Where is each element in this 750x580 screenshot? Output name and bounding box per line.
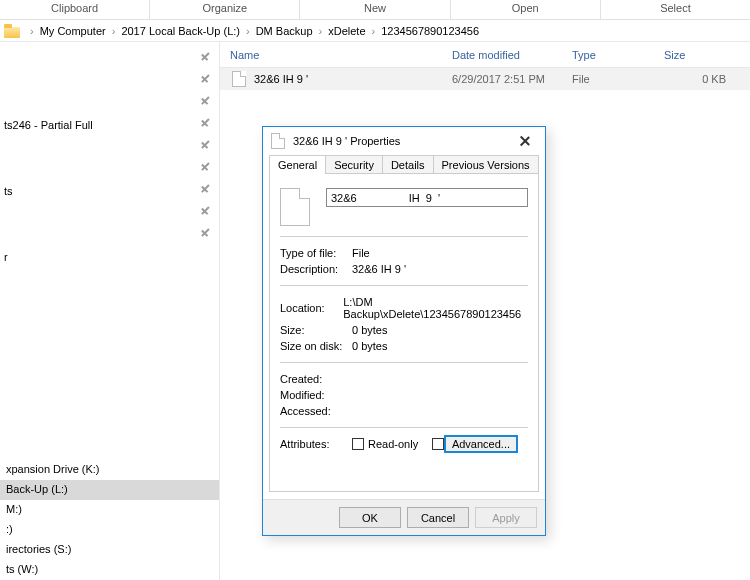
ribbon-group-open[interactable]: Open (451, 0, 601, 19)
tab-general[interactable]: General (269, 155, 326, 174)
pin-icon (197, 161, 211, 175)
file-size: 0 KB (664, 73, 750, 85)
ribbon-group-new[interactable]: New (300, 0, 450, 19)
value-typeoffile: File (352, 247, 370, 259)
file-date: 6/29/2017 2:51 PM (452, 73, 572, 85)
checkbox-box-icon (432, 438, 444, 450)
label-typeoffile: Type of file: (280, 247, 352, 259)
column-header-name[interactable]: Name (220, 49, 452, 61)
label-size: Size: (280, 324, 352, 336)
crumb-my-computer[interactable]: My Computer (38, 25, 108, 37)
ribbon: Clipboard Organize New Open Select (0, 0, 750, 20)
chevron-right-icon[interactable]: › (368, 25, 380, 37)
value-location: L:\DM Backup\xDelete\1234567890123456 (343, 296, 528, 320)
label-modified: Modified: (280, 389, 352, 401)
close-button[interactable] (511, 131, 539, 151)
nav-drive-w[interactable]: ts (W:) (0, 560, 219, 580)
pin-icon (197, 183, 211, 197)
checkbox-readonly[interactable]: Read-only (352, 438, 418, 450)
label-sizeondisk: Size on disk: (280, 340, 352, 352)
file-name: 32&6 IH 9 ' (254, 73, 308, 85)
nav-drive-m[interactable]: M:) (0, 500, 219, 520)
column-header-size[interactable]: Size (664, 49, 750, 61)
checkbox-readonly-label: Read-only (368, 438, 418, 450)
pin-icon (197, 95, 211, 109)
crumb-folder[interactable]: 1234567890123456 (379, 25, 481, 37)
nav-pinned-item[interactable] (0, 92, 219, 114)
ribbon-group-select[interactable]: Select (601, 0, 750, 19)
nav-drive-unknown[interactable]: :) (0, 520, 219, 540)
pin-icon (197, 139, 211, 153)
properties-dialog: 32&6 IH 9 ' Properties General Security … (262, 126, 546, 536)
apply-button: Apply (475, 507, 537, 528)
value-description: 32&6 IH 9 ' (352, 263, 406, 275)
column-headers: Name Date modified Type Size (220, 42, 750, 68)
crumb-drive[interactable]: 2017 Local Back-Up (L:) (119, 25, 242, 37)
ribbon-group-organize[interactable]: Organize (150, 0, 300, 19)
nav-pinned-item[interactable] (0, 158, 219, 180)
close-icon (520, 136, 530, 146)
filename-input[interactable] (326, 188, 528, 207)
pin-icon (197, 51, 211, 65)
label-accessed: Accessed: (280, 405, 352, 417)
tab-panel-general: Type of file:File Description:32&6 IH 9 … (269, 173, 539, 492)
ribbon-group-clipboard[interactable]: Clipboard (0, 0, 150, 19)
pin-icon (197, 205, 211, 219)
checkbox-box-icon (352, 438, 364, 450)
file-type: File (572, 73, 664, 85)
folder-icon (4, 24, 20, 38)
nav-drive-l[interactable]: Back-Up (L:) (0, 480, 219, 500)
label-attributes: Attributes: (280, 438, 352, 450)
nav-pinned-item[interactable]: ts (0, 180, 219, 202)
chevron-right-icon[interactable]: › (108, 25, 120, 37)
file-icon-large (280, 188, 310, 226)
nav-pinned-item[interactable] (0, 70, 219, 92)
nav-drive-s[interactable]: irectories (S:) (0, 540, 219, 560)
nav-pinned-item[interactable]: r (0, 246, 219, 268)
pin-icon (197, 73, 211, 87)
dialog-button-bar: OK Cancel Apply (263, 499, 545, 535)
breadcrumb[interactable]: › My Computer › 2017 Local Back-Up (L:) … (0, 20, 750, 42)
dialog-titlebar[interactable]: 32&6 IH 9 ' Properties (263, 127, 545, 155)
file-icon (271, 133, 285, 149)
label-location: Location: (280, 302, 343, 314)
nav-pinned-item[interactable]: ts246 - Partial Full (0, 114, 219, 136)
chevron-right-icon[interactable]: › (242, 25, 254, 37)
dialog-tabs: General Security Details Previous Versio… (263, 155, 545, 174)
value-sizeondisk: 0 bytes (352, 340, 387, 352)
file-row[interactable]: 32&6 IH 9 ' 6/29/2017 2:51 PM File 0 KB (220, 68, 750, 90)
file-icon (232, 71, 246, 87)
nav-pinned-item[interactable] (0, 48, 219, 70)
ok-button[interactable]: OK (339, 507, 401, 528)
navigation-pane: ts246 - Partial Full ts r xpansion Drive… (0, 42, 220, 580)
chevron-right-icon[interactable]: › (26, 25, 38, 37)
value-size: 0 bytes (352, 324, 387, 336)
tab-security[interactable]: Security (325, 155, 383, 174)
label-description: Description: (280, 263, 352, 275)
advanced-button[interactable]: Advanced... (444, 435, 518, 453)
chevron-right-icon[interactable]: › (315, 25, 327, 37)
nav-pinned-item[interactable] (0, 224, 219, 246)
column-header-type[interactable]: Type (572, 49, 664, 61)
nav-drive-k[interactable]: xpansion Drive (K:) (0, 460, 219, 480)
crumb-xdelete[interactable]: xDelete (326, 25, 367, 37)
column-header-date[interactable]: Date modified (452, 49, 572, 61)
nav-pinned-item[interactable] (0, 136, 219, 158)
tab-previous-versions[interactable]: Previous Versions (433, 155, 539, 174)
nav-pinned-item[interactable] (0, 202, 219, 224)
pin-icon (197, 117, 211, 131)
pin-icon (197, 227, 211, 241)
dialog-title: 32&6 IH 9 ' Properties (293, 135, 511, 147)
cancel-button[interactable]: Cancel (407, 507, 469, 528)
label-created: Created: (280, 373, 352, 385)
crumb-dmbackup[interactable]: DM Backup (254, 25, 315, 37)
tab-details[interactable]: Details (382, 155, 434, 174)
